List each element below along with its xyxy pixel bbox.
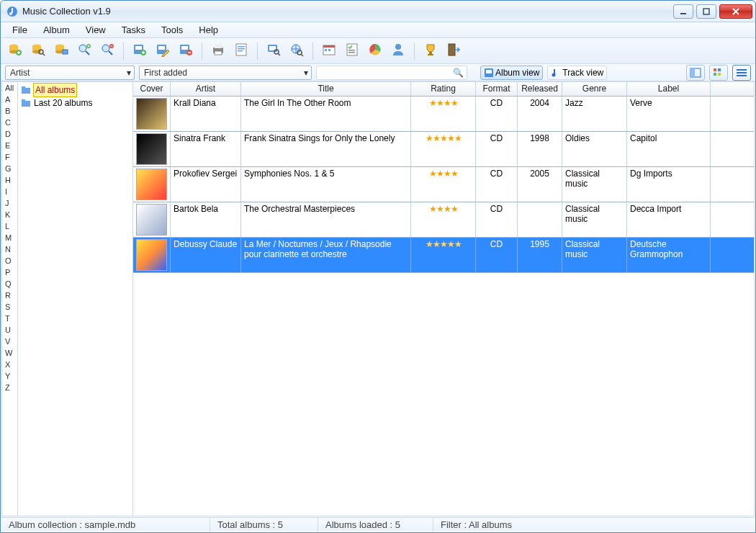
- sort-combo[interactable]: First added ▾: [139, 66, 312, 80]
- report-button[interactable]: [231, 41, 251, 61]
- menu-view[interactable]: View: [78, 23, 113, 37]
- alpha-u[interactable]: U: [2, 324, 17, 336]
- grid-body[interactable]: Krall DianaThe Girl In The Other Room★★★…: [133, 97, 754, 273]
- tree-node[interactable]: All albums: [21, 84, 130, 97]
- layout-detail-button[interactable]: [686, 65, 705, 81]
- alpha-g[interactable]: G: [2, 163, 17, 174]
- db-search-icon: [31, 42, 45, 59]
- col-header-artist[interactable]: Artist: [171, 82, 241, 96]
- album-edit-button[interactable]: [153, 41, 173, 61]
- svg-rect-68: [22, 99, 25, 102]
- calendar-button[interactable]: [319, 41, 339, 61]
- alpha-o[interactable]: O: [2, 255, 17, 266]
- col-header-cover[interactable]: Cover: [133, 82, 171, 96]
- minimize-button[interactable]: [673, 4, 693, 19]
- track-view-button[interactable]: Track view: [547, 66, 607, 80]
- col-header-label[interactable]: Label: [627, 82, 711, 96]
- menu-tools[interactable]: Tools: [154, 23, 190, 37]
- col-header-title[interactable]: Title: [241, 82, 411, 96]
- alpha-b[interactable]: B: [2, 105, 17, 117]
- cell-title: Frank Sinatra Sings for Only the Lonely: [241, 132, 411, 166]
- album-delete-button[interactable]: [176, 41, 196, 61]
- alpha-z[interactable]: Z: [2, 382, 17, 393]
- filter-field-combo[interactable]: Artist ▾: [5, 66, 135, 80]
- table-row[interactable]: Bartok BelaThe Orchestral Masterpieces★★…: [133, 202, 754, 238]
- cell-rating: ★★★★: [411, 167, 476, 202]
- alpha-s[interactable]: S: [2, 301, 17, 313]
- tree-node-label: Last 20 albums: [34, 97, 92, 109]
- album-view-button[interactable]: Album view: [480, 66, 543, 80]
- alpha-w[interactable]: W: [2, 347, 17, 359]
- tree-node[interactable]: Last 20 albums: [21, 97, 130, 109]
- db-search-button[interactable]: [28, 41, 48, 61]
- layout-thumb-button[interactable]: [709, 65, 728, 81]
- alpha-r[interactable]: R: [2, 290, 17, 301]
- svg-rect-50: [428, 54, 433, 55]
- table-row[interactable]: Debussy ClaudeLa Mer / Nocturnes / Jeux …: [133, 238, 754, 273]
- svg-rect-3: [680, 13, 686, 14]
- print-button[interactable]: [208, 41, 228, 61]
- alpha-k[interactable]: K: [2, 209, 17, 220]
- col-header-released[interactable]: Released: [518, 82, 562, 96]
- table-row[interactable]: Krall DianaThe Girl In The Other Room★★★…: [133, 97, 754, 132]
- alpha-q[interactable]: Q: [2, 278, 17, 290]
- alpha-y[interactable]: Y: [2, 370, 17, 382]
- alpha-l[interactable]: L: [2, 220, 17, 232]
- exit-button[interactable]: [444, 41, 464, 61]
- alpha-d[interactable]: D: [2, 128, 17, 140]
- checklist-button[interactable]: [342, 41, 362, 61]
- alpha-v[interactable]: V: [2, 336, 17, 347]
- user-button[interactable]: [388, 41, 408, 61]
- svg-rect-49: [429, 52, 432, 54]
- zoom-in-button[interactable]: [74, 41, 94, 61]
- layout-list-button[interactable]: [732, 65, 751, 81]
- table-row[interactable]: Sinatra FrankFrank Sinatra Sings for Onl…: [133, 132, 754, 167]
- col-header-rating[interactable]: Rating: [411, 82, 476, 96]
- search-input[interactable]: 🔍: [316, 66, 467, 80]
- trophy-button[interactable]: [420, 41, 441, 61]
- sort-label: First added: [144, 68, 187, 78]
- cell-format: CD: [476, 132, 518, 166]
- col-header-genre[interactable]: Genre: [562, 82, 627, 96]
- db-add-button[interactable]: [5, 41, 25, 61]
- cell-released: 1995: [518, 238, 562, 272]
- menu-tasks[interactable]: Tasks: [114, 23, 153, 37]
- stats-button[interactable]: [365, 41, 385, 61]
- cell-artist: Prokofiev Sergei: [171, 167, 241, 202]
- alpha-a[interactable]: A: [2, 94, 17, 105]
- alpha-t[interactable]: T: [2, 313, 17, 324]
- alpha-all[interactable]: All: [2, 82, 17, 94]
- alpha-x[interactable]: X: [2, 359, 17, 370]
- col-header-format[interactable]: Format: [476, 82, 518, 96]
- svg-rect-25: [158, 46, 165, 50]
- cell-artist: Debussy Claude: [171, 238, 241, 272]
- close-button[interactable]: [719, 4, 752, 19]
- table-row[interactable]: Prokofiev SergeiSymphonies Nos. 1 & 5★★★…: [133, 167, 754, 202]
- find-icon: [266, 42, 281, 59]
- zoom-in-icon: [77, 42, 91, 59]
- alpha-m[interactable]: M: [2, 232, 17, 243]
- star-rating-icon: ★★★★: [429, 98, 458, 108]
- alpha-p[interactable]: P: [2, 266, 17, 278]
- menu-help[interactable]: Help: [192, 23, 225, 37]
- alpha-n[interactable]: N: [2, 243, 17, 255]
- album-add-button[interactable]: [130, 41, 150, 61]
- menu-album[interactable]: Album: [36, 23, 77, 37]
- alpha-h[interactable]: H: [2, 174, 17, 186]
- cell-format: CD: [476, 202, 518, 237]
- menu-file[interactable]: File: [5, 23, 35, 37]
- alpha-j[interactable]: J: [2, 197, 17, 209]
- maximize-button[interactable]: [696, 4, 716, 19]
- alpha-e[interactable]: E: [2, 140, 17, 151]
- cell-genre: Classical music: [562, 202, 627, 237]
- alpha-c[interactable]: C: [2, 117, 17, 128]
- alpha-i[interactable]: I: [2, 186, 17, 197]
- toolbar: [1, 38, 755, 64]
- find-button[interactable]: [264, 41, 284, 61]
- db-preview-button[interactable]: [51, 41, 71, 61]
- alpha-f[interactable]: F: [2, 151, 17, 163]
- zoom-out-button[interactable]: [97, 41, 117, 61]
- find-web-button[interactable]: [287, 41, 307, 61]
- svg-point-48: [395, 44, 401, 50]
- cell-cover: [133, 238, 171, 272]
